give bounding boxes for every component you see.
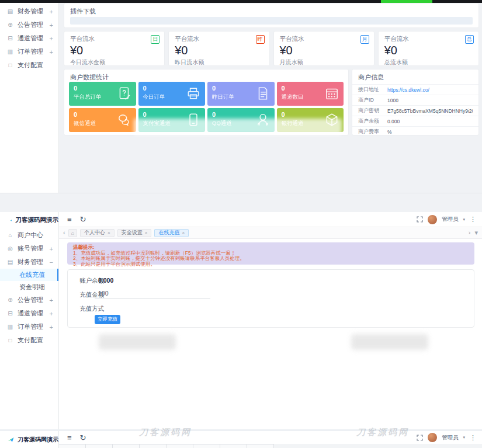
api-url-link[interactable]: https://cs.dkewl.co/ <box>387 87 429 93</box>
app-logo-text: 刀客源码网演示 <box>16 216 59 224</box>
sidebar-item-finance[interactable]: ▤ 财务管理 − <box>0 255 58 269</box>
sidebar-item-label: 支付配置 <box>18 61 53 70</box>
info-label: 商户余额 <box>358 117 387 125</box>
tab-list-dropdown-icon[interactable]: ▾ <box>474 230 478 236</box>
day-badge: 日 <box>151 35 159 44</box>
tile-channel-count[interactable]: 0 通道数目 <box>277 82 344 106</box>
stat-card-yesterday: 平台流水 昨 ¥0 昨日流水额 <box>168 31 269 66</box>
stat-card-title: 平台流水 <box>384 35 473 43</box>
user-dropdown-caret-icon[interactable]: ▾ <box>463 435 465 440</box>
sidebar-item-label: 商户中心 <box>18 231 53 239</box>
sidebar-item-announcement[interactable]: ⊕ 公告管理 + <box>0 18 58 32</box>
account-icon: ◎ <box>7 245 13 252</box>
expand-plus-icon[interactable]: + <box>50 22 53 29</box>
sidebar-item-finance[interactable]: ▤ 财务管理 + <box>0 5 58 18</box>
sidebar-item-account[interactable]: ◎ 账号管理 + <box>0 242 58 255</box>
stat-card-today: 平台流水 日 ¥0 今日流水金额 <box>64 31 165 66</box>
payment-method-label: 充值方式 <box>79 305 104 313</box>
sidebar-item-channel[interactable]: ⊟ 通道管理 + <box>0 32 58 45</box>
sidebar-item-merchant-center[interactable]: ⌂ 商户中心 <box>0 228 58 242</box>
plugin-download-bar[interactable] <box>70 17 473 25</box>
tab-close-icon[interactable]: × <box>145 230 148 235</box>
screen: ▤ 财务管理 + ⊕ 公告管理 + ⊟ 通道管理 + ▥ 订单管理 + □ 支付… <box>0 0 482 448</box>
sidebar-item-label: 财务管理 <box>18 258 50 266</box>
user-avatar[interactable] <box>428 433 437 442</box>
tile-today-orders[interactable]: 0 今日订单 <box>138 82 206 106</box>
user-avatar[interactable] <box>428 215 437 224</box>
merchant-id-value: 1000 <box>387 98 398 103</box>
tab-home[interactable]: ⌂ <box>68 229 77 237</box>
stat-card-title: 平台流水 <box>175 35 263 43</box>
recharge-submit-button[interactable]: 立即充值 <box>95 315 120 324</box>
sidebar-subitem-funds-detail[interactable]: 资金明细 <box>0 281 58 293</box>
collapse-menu-icon[interactable]: ≡ <box>67 433 72 442</box>
merchant-info-title: 商户信息 <box>352 70 478 82</box>
stat-card-title: 平台流水 <box>280 35 368 43</box>
table-header-cell <box>113 444 140 448</box>
info-row-merchant-balance: 商户余额 0.000 <box>352 116 478 126</box>
recharge-form: 账户余额 0.000 充值金额 充值方式 立即充值 <box>67 269 474 328</box>
info-row-merchant-rate: 商户费率 % <box>352 126 478 136</box>
tab-label: 个人中心 <box>84 229 105 237</box>
tab-security-settings[interactable]: 安全设置 × <box>117 229 152 237</box>
order-question-icon <box>117 86 132 103</box>
tile-total-orders[interactable]: 0 平台总订单 <box>69 82 136 106</box>
sidebar-item-label: 通道管理 <box>18 309 50 318</box>
sidebar-item-orders[interactable]: ▥ 订单管理 + <box>0 45 58 58</box>
table-header-cell <box>59 444 86 448</box>
stat-card-sublabel: 今日流水金额 <box>70 58 158 67</box>
sidebar-item-orders[interactable]: ▥ 订单管理 + <box>0 320 58 334</box>
fullscreen-icon[interactable] <box>417 435 423 441</box>
app-logo[interactable]: 刀客源码网演示 <box>0 431 58 448</box>
channel-icon: ⊟ <box>7 310 13 317</box>
expand-plus-icon[interactable]: + <box>50 48 53 55</box>
header-right-group: 管理员 ▾ ⋮ <box>417 215 476 224</box>
table-header-cell <box>167 444 193 448</box>
collapse-menu-icon[interactable]: ≡ <box>67 215 72 224</box>
refresh-icon[interactable]: ↻ <box>80 215 86 224</box>
amount-input[interactable] <box>95 288 210 298</box>
sidebar-item-announcement[interactable]: ⊕ 公告管理 + <box>0 293 58 307</box>
expand-plus-icon[interactable]: + <box>50 8 53 15</box>
sidebar-item-pay-config[interactable]: □ 支付配置 <box>0 334 58 347</box>
user-dropdown-caret-icon[interactable]: ▾ <box>463 217 465 222</box>
sidebar-item-channel[interactable]: ⊟ 通道管理 + <box>0 307 58 320</box>
tab-close-icon[interactable]: × <box>182 230 185 235</box>
sidebar-subitem-label: 资金明细 <box>19 283 45 291</box>
tab-close-icon[interactable]: × <box>108 230 110 235</box>
refresh-icon[interactable]: ↻ <box>80 433 86 442</box>
stat-card-title: 平台流水 <box>70 35 158 43</box>
tile-yesterday-orders[interactable]: 0 昨日订单 <box>207 82 275 106</box>
plugin-panel-title: 插件下载 <box>64 4 478 16</box>
expand-plus-icon[interactable]: + <box>50 310 53 317</box>
more-options-icon[interactable]: ⋮ <box>470 434 476 442</box>
tab-personal-center[interactable]: 个人中心 × <box>80 229 115 237</box>
info-label: 商户费率 <box>358 128 387 136</box>
collapse-minus-icon[interactable]: − <box>50 259 53 266</box>
recharge-notice-alert: 温馨提示: 1、充值成功后，如充值过程中没到账时，请刷新（F5）浏览器再试一遍！… <box>67 242 474 265</box>
expand-plus-icon[interactable]: + <box>50 297 53 304</box>
fullscreen-icon[interactable] <box>417 216 423 223</box>
info-row-merchant-id: 商户ID 1000 <box>352 95 478 105</box>
more-options-icon[interactable]: ⋮ <box>470 216 476 223</box>
sidebar-item-label: 支付配置 <box>18 336 53 345</box>
sidebar-item-label: 公告管理 <box>18 296 50 304</box>
expand-plus-icon[interactable]: + <box>50 245 53 252</box>
balance-value: 0.000 <box>98 277 113 284</box>
sidebar-item-pay-config[interactable]: □ 支付配置 <box>0 58 58 72</box>
username-label[interactable]: 管理员 <box>442 216 459 223</box>
tab-scroll-right-icon[interactable]: › <box>469 230 471 236</box>
sidebar-item-label: 公告管理 <box>18 20 50 29</box>
username-label[interactable]: 管理员 <box>442 434 459 442</box>
app-logo[interactable]: 刀客源码网演示 <box>0 212 58 228</box>
sidebar-subitem-online-recharge[interactable]: 在线充值 <box>0 269 58 281</box>
tab-scroll-left-icon[interactable]: ‹ <box>63 230 65 236</box>
tab-online-recharge[interactable]: 在线充值 × <box>154 229 189 237</box>
announcement-icon: ⊕ <box>7 22 13 28</box>
expand-plus-icon[interactable]: + <box>50 324 53 331</box>
table-header-cell <box>247 444 274 448</box>
tile-wechat-channel[interactable]: 0 微信通道 <box>69 108 136 132</box>
stat-card-value: ¥0 <box>384 44 473 57</box>
expand-plus-icon[interactable]: + <box>50 35 53 42</box>
paper-plane-icon <box>10 217 12 224</box>
